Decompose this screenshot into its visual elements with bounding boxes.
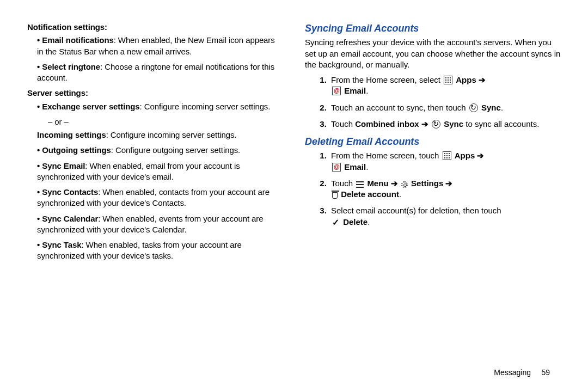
step-item: From the Home screen, select Apps ➔ Emai… <box>329 75 561 97</box>
section-name: Messaging <box>494 368 531 377</box>
page-footer: Messaging 59 <box>494 367 550 378</box>
syncing-intro: Syncing refreshes your device with the a… <box>305 37 561 70</box>
incoming-settings-line: Incoming settings: Configure incoming se… <box>37 130 283 140</box>
email-icon <box>332 163 341 171</box>
server-list-rest: Outgoing settings: Configure outgoing se… <box>27 145 283 261</box>
or-separator: – or – <box>48 117 283 127</box>
deleting-steps: From the Home screen, touch Apps ➔ Email… <box>305 150 561 228</box>
step-item: Touch an account to sync, then touch Syn… <box>329 102 561 113</box>
list-item: Exchange server settings: Configure inco… <box>37 101 283 112</box>
menu-icon <box>356 181 364 188</box>
apps-grid-icon <box>444 76 452 84</box>
section-title-deleting: Deleting Email Accounts <box>305 135 561 148</box>
list-item: Outgoing settings: Configure outgoing se… <box>37 145 283 156</box>
list-item: Sync Email: When enabled, email from you… <box>37 161 283 183</box>
server-heading: Server settings: <box>27 88 283 99</box>
left-column: Notification settings: Email notificatio… <box>27 22 283 381</box>
list-item: Sync Calendar: When enabled, events from… <box>37 213 283 236</box>
sync-icon <box>432 120 440 128</box>
sync-icon <box>469 103 478 112</box>
step-item: From the Home screen, touch Apps ➔ Email… <box>329 150 561 173</box>
apps-grid-icon <box>443 151 451 160</box>
notification-heading: Notification settings: <box>27 22 283 33</box>
step-item: Touch Combined inbox ➔ Sync to sync all … <box>329 119 561 130</box>
step-item: Touch Menu ➔ Settings ➔ Delete account. <box>329 178 561 200</box>
step-item: Select email account(s) for deletion, th… <box>329 205 561 228</box>
right-column: Syncing Email Accounts Syncing refreshes… <box>305 22 561 381</box>
list-item: Sync Task: When enabled, tasks from your… <box>37 240 283 262</box>
list-item: Email notifications: When enabled, the N… <box>37 35 283 57</box>
settings-icon <box>401 181 408 188</box>
manual-page: Notification settings: Email notificatio… <box>0 0 588 392</box>
list-item: Select ringtone: Choose a ringtone for e… <box>37 62 283 84</box>
syncing-steps: From the Home screen, select Apps ➔ Emai… <box>305 75 561 130</box>
email-icon <box>332 87 341 95</box>
page-number: 59 <box>541 368 550 377</box>
check-icon <box>332 219 340 226</box>
section-title-syncing: Syncing Email Accounts <box>305 22 561 35</box>
notification-list: Email notifications: When enabled, the N… <box>27 35 283 83</box>
trash-icon <box>332 192 338 199</box>
list-item: Sync Contacts: When enabled, contacts fr… <box>37 187 283 209</box>
server-list: Exchange server settings: Configure inco… <box>27 101 283 112</box>
